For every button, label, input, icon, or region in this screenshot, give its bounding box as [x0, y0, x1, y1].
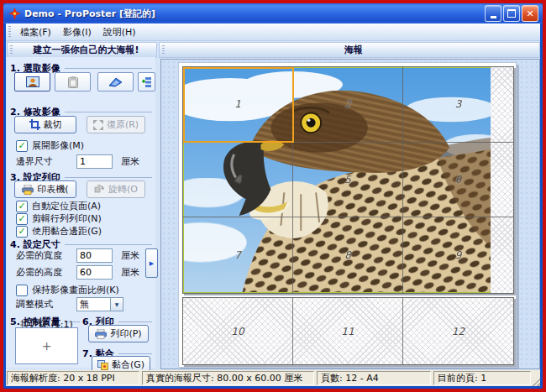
- resize-mode-select[interactable]: 無 ▼: [76, 297, 123, 311]
- poster-tile[interactable]: 8: [293, 217, 403, 293]
- autoposition-check-row[interactable]: ✓ 自動定位頁面(A): [16, 200, 101, 212]
- unit-label: 厘米: [121, 266, 139, 279]
- printer-button[interactable]: 印表機(: [14, 180, 76, 198]
- checkbox-checked[interactable]: ✓: [16, 140, 28, 152]
- expand-image-check-row[interactable]: ✓ 展開影像(M): [16, 139, 84, 152]
- poster-title: 海報: [168, 44, 539, 56]
- tile-number: 7: [234, 249, 241, 261]
- toolbar-grip: [10, 45, 13, 55]
- open-image-button[interactable]: [14, 72, 50, 91]
- window-controls: ✕: [485, 5, 539, 22]
- width-input[interactable]: [76, 248, 113, 263]
- glue-pages-icon: [97, 360, 108, 370]
- border-size-input[interactable]: [76, 154, 113, 169]
- poster-tile[interactable]: 7: [183, 217, 293, 293]
- clipboard-icon: [68, 76, 78, 88]
- print-setup-buttons-row: 印表機( 旋轉(O: [14, 180, 145, 198]
- modify-buttons-row: 裁切 復原(R): [14, 116, 145, 133]
- undo-button[interactable]: 復原(R): [87, 116, 145, 133]
- left-panel-header: 建立一張你自己的大海報!: [7, 42, 157, 58]
- current-tile-highlight: [183, 67, 294, 143]
- left-panel-title: 建立一張你自己的大海報!: [16, 44, 156, 56]
- right-arrow-icon: ▶: [150, 260, 154, 267]
- minimize-icon: [491, 16, 496, 18]
- tile-number: 5: [344, 174, 351, 186]
- unit-label: 厘米: [121, 249, 139, 262]
- poster-tile[interactable]: 11: [293, 298, 403, 364]
- status-resolution: 海報解析度: 20 x 18 PPI: [7, 371, 139, 385]
- title-bar[interactable]: Demo - ProPoster [登記的] ✕: [3, 3, 543, 24]
- unit-label: 厘米: [121, 155, 139, 168]
- print-button-row: 列印(P): [88, 325, 149, 342]
- height-row: 必需的高度 厘米: [16, 265, 139, 280]
- poster-image-block: 123456789: [182, 66, 514, 294]
- menu-help[interactable]: 說明(H): [97, 24, 142, 40]
- width-label: 必需的寬度: [16, 249, 76, 262]
- poster-page: 123456789 101112: [178, 62, 517, 368]
- tile-number: 6: [455, 174, 462, 186]
- status-bar: 海報解析度: 20 x 18 PPI 真實的海報尺寸: 80.00 x 60.0…: [6, 370, 540, 386]
- poster-tile[interactable]: 2: [293, 67, 403, 143]
- keep-ratio-check-row[interactable]: 保持影像畫面比例(K): [16, 284, 119, 296]
- paste-button[interactable]: [55, 72, 91, 91]
- toolbar-grip: [162, 45, 165, 55]
- poster-tile[interactable]: 6: [403, 143, 513, 218]
- rotate-icon: [94, 185, 105, 194]
- menu-file[interactable]: 檔案(F): [14, 24, 57, 40]
- poster-tile[interactable]: 12: [403, 298, 513, 364]
- printer-icon: [22, 185, 34, 195]
- checkbox-checked[interactable]: ✓: [16, 226, 28, 238]
- scan-button[interactable]: [97, 72, 134, 91]
- glue-margin-check-row[interactable]: ✓ 使用黏合邊距(G): [16, 225, 102, 238]
- tile-number: 9: [455, 249, 462, 261]
- resize-mode-label: 調整模式: [16, 298, 76, 311]
- poster-preview-area[interactable]: 123456789 101112: [160, 59, 540, 369]
- height-label: 必需的高度: [16, 266, 76, 279]
- app-logo-icon: [8, 8, 21, 20]
- image-source-toolbar: [14, 72, 155, 91]
- tile-number: 8: [344, 249, 351, 261]
- crop-icon: [29, 119, 40, 130]
- width-row: 必需的寬度 厘米: [16, 248, 139, 263]
- poster-tile[interactable]: 4: [183, 143, 293, 218]
- rotate-button[interactable]: 旋轉(O: [87, 180, 145, 198]
- task-panel: 1. 選取影像 2. 修改影像 裁切 復原(R): [7, 57, 155, 368]
- resize-mode-row: 調整模式 無 ▼: [16, 297, 123, 311]
- poster-panel-header: 海報: [159, 42, 540, 58]
- tile-number: 2: [344, 98, 351, 110]
- checkbox-unchecked[interactable]: [16, 285, 28, 296]
- status-pages: 頁數: 12 - A4: [317, 371, 431, 385]
- chevron-down-icon[interactable]: ▼: [110, 298, 123, 311]
- cutlines-check-row[interactable]: ✓ 剪輯行列列印(N): [16, 212, 102, 225]
- window-title: Demo - ProPoster [登記的]: [24, 8, 155, 20]
- checkbox-checked[interactable]: ✓: [16, 201, 28, 212]
- border-size-label: 邊界尺寸: [16, 155, 76, 168]
- close-icon: ✕: [526, 9, 533, 18]
- import-source-button[interactable]: [138, 72, 155, 91]
- minimize-button[interactable]: [485, 5, 501, 22]
- magnifier-preview[interactable]: +: [15, 327, 78, 364]
- maximize-button[interactable]: [503, 5, 520, 22]
- height-input[interactable]: [76, 265, 113, 280]
- tile-number: 4: [234, 174, 241, 186]
- tile-number: 11: [341, 326, 354, 337]
- shrink-arrows-icon: [93, 120, 103, 130]
- menu-image[interactable]: 影像(I): [57, 24, 97, 40]
- print-button[interactable]: 列印(P): [88, 325, 149, 342]
- app-window: Demo - ProPoster [登記的] ✕ 檔案(F) 影像(I) 說明(…: [3, 3, 543, 389]
- tile-number: 12: [452, 326, 465, 337]
- poster-tile[interactable]: 5: [293, 143, 403, 218]
- poster-tile[interactable]: 3: [403, 67, 513, 143]
- crop-button[interactable]: 裁切: [14, 116, 76, 133]
- size-expand-button[interactable]: ▶: [145, 248, 158, 278]
- status-real-size: 真實的海報尺寸: 80.00 x 60.00 厘米: [142, 371, 314, 385]
- toolbar-grip: [8, 26, 11, 38]
- resize-grip[interactable]: [530, 376, 540, 386]
- checkbox-checked[interactable]: ✓: [16, 213, 28, 225]
- menu-bar: 檔案(F) 影像(I) 說明(H): [6, 24, 540, 41]
- status-current-page: 目前的頁: 1: [433, 371, 531, 385]
- poster-tile[interactable]: 9: [403, 217, 513, 293]
- import-plus-icon: [142, 76, 152, 88]
- poster-tile[interactable]: 10: [183, 298, 293, 364]
- close-button[interactable]: ✕: [522, 5, 538, 22]
